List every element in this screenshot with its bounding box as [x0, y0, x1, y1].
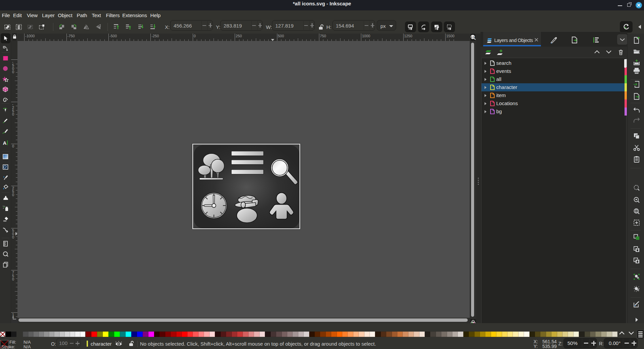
svg-text:1:1: 1:1 [471, 36, 475, 39]
svg-text:A: A [3, 140, 7, 146]
